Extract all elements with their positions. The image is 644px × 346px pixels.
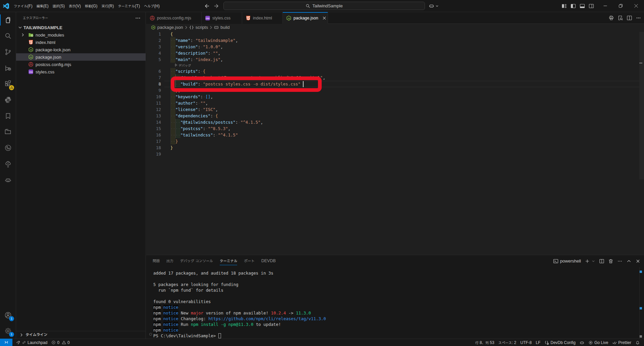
close-tab-icon[interactable] (322, 15, 327, 21)
activity-bar-item-run-debug[interactable] (0, 60, 16, 76)
forward-arrow-icon[interactable] (213, 3, 220, 9)
open-preview-icon[interactable] (618, 15, 623, 21)
code-editor[interactable]: 1{2··"name":·"tailwindsample",3··"versio… (146, 31, 644, 255)
panel-tab-問題[interactable]: 問題 (150, 255, 162, 267)
activity-bar-item-python[interactable] (0, 92, 16, 108)
file-tree-item-postcss.config.mjs[interactable]: postcss.config.mjs (16, 61, 146, 68)
file-tree-item-styles.css[interactable]: CSSstyles.css (16, 68, 146, 75)
print-icon[interactable] (608, 15, 614, 21)
terminal-line-5: found 0 vulnerabilities (153, 299, 639, 304)
terminal-token: Changelog: (178, 316, 209, 321)
overview-ruler-cursor-mark (639, 63, 642, 63)
breadcrumbs: JSpackage.jsonscriptsbuild (146, 24, 644, 31)
breadcrumb-item-build[interactable]: build (214, 25, 229, 30)
minimize-button[interactable] (597, 0, 613, 12)
remote-indicator-button[interactable] (0, 339, 12, 346)
activity-bar-item-settings[interactable]: 1 (0, 323, 16, 339)
panel-tab-出力[interactable]: 出力 (164, 255, 176, 267)
restore-button[interactable] (613, 0, 628, 12)
terminal-token (161, 328, 163, 333)
status-item-notifications[interactable] (633, 339, 642, 346)
close-panel-icon[interactable] (635, 258, 641, 264)
maximize-panel-icon[interactable] (626, 258, 632, 264)
panel-tab-ポート[interactable]: ポート (241, 255, 257, 267)
project-section-header[interactable]: TAILWINDSAMPLE (16, 24, 146, 31)
editor-scrollbar[interactable] (639, 32, 644, 179)
launchpad-status-item[interactable]: Launchpad (14, 339, 49, 346)
file-tree-item-node_modules[interactable]: node_modules (16, 31, 146, 39)
menu-go[interactable]: 移動(G) (83, 2, 99, 10)
editor-tab-index.html[interactable]: index.html (242, 12, 283, 24)
panel-tab-デバッグ コンソール[interactable]: デバッグ コンソール (177, 255, 216, 267)
panel-more-actions-icon[interactable] (617, 258, 623, 264)
errors-icon (51, 340, 56, 345)
file-tree-item-index.html[interactable]: index.html (16, 39, 146, 46)
terminal-shell-label[interactable]: powershell (560, 258, 581, 264)
status-item-prettier[interactable]: Prettier (610, 339, 633, 346)
panel-tab-ターミナル[interactable]: ターミナル (217, 255, 240, 267)
menu-help[interactable]: ヘルプ(H) (142, 2, 162, 10)
toggle-secondary-sidebar-icon[interactable] (589, 3, 594, 9)
terminal-token: New (178, 310, 191, 315)
menu-edit[interactable]: 編集(E) (35, 2, 51, 10)
toggle-sidebar-icon[interactable] (571, 3, 576, 9)
command-center-search[interactable]: TailwindSample (223, 2, 425, 10)
activity-bar-item-project-manager[interactable] (0, 124, 16, 140)
code-token: "scripts" (175, 69, 198, 74)
timeline-section-header[interactable]: タイムライン (16, 331, 146, 338)
terminal-output[interactable]: added 17 packages, and audited 18 packag… (153, 270, 639, 339)
panel-tab-DEVDB[interactable]: DEVDB (259, 255, 278, 267)
status-item-indentation[interactable]: スペース: 2 (496, 339, 519, 346)
editor-tab-styles.css[interactable]: CSSstyles.css (202, 12, 242, 24)
terminal-token (161, 310, 163, 315)
status-item-copilot[interactable] (578, 339, 586, 346)
menu-selection[interactable]: 選択(S) (51, 2, 67, 10)
more-actions-icon[interactable] (636, 15, 641, 21)
new-terminal-icon[interactable] (585, 258, 590, 264)
codelens-debug[interactable]: デバッグ (146, 63, 644, 68)
activity-bar-item-explorer[interactable] (0, 12, 16, 28)
status-item-cursor-position[interactable]: 行 8、列 53 (473, 339, 496, 346)
vscode-logo-icon (3, 3, 9, 9)
breadcrumb-item-scripts[interactable]: scripts (189, 25, 208, 30)
activity-bar-item-testing[interactable] (0, 156, 16, 172)
split-editor-icon[interactable] (627, 15, 632, 21)
close-window-button[interactable] (628, 0, 644, 12)
code-token: · (215, 132, 218, 137)
menu-view[interactable]: 表示(V) (67, 2, 83, 10)
activity-bar-item-extensions[interactable] (0, 76, 16, 92)
activity-bar-item-bookmarks[interactable] (0, 108, 16, 124)
customize-layout-icon[interactable] (561, 3, 567, 9)
split-terminal-icon[interactable] (599, 258, 604, 264)
editor-tab-postcss.config.mjs[interactable]: postcss.config.mjs (146, 12, 202, 24)
status-item-go-live[interactable]: Go Live (586, 339, 610, 346)
activity-bar-item-search[interactable] (0, 28, 16, 44)
menu-terminal[interactable]: ターミナル(T) (116, 2, 142, 10)
kill-terminal-icon[interactable] (608, 258, 613, 264)
terminal-dropdown-icon[interactable] (591, 259, 595, 263)
breadcrumb-item-package.json[interactable]: JSpackage.json (151, 25, 183, 30)
problems-status-item[interactable]: 0 0 (49, 339, 71, 346)
link-icon (22, 340, 26, 345)
back-arrow-icon[interactable] (203, 3, 210, 9)
robot-icon (580, 340, 584, 345)
file-tree-item-package.json[interactable]: JSpackage.json (16, 53, 146, 61)
window-controls (597, 0, 644, 12)
copilot-button[interactable] (429, 2, 439, 10)
file-name: index.html (36, 40, 55, 45)
status-item-eol[interactable]: LF (534, 339, 542, 346)
activity-bar-item-robot[interactable] (0, 172, 16, 188)
code-token: , (235, 38, 238, 43)
views-more-actions-icon[interactable] (135, 15, 141, 21)
activity-bar-item-account[interactable]: 1 (0, 307, 16, 323)
file-tree-item-package-lock.json[interactable]: JSpackage-lock.json (16, 46, 146, 53)
activity-bar-item-scm-circle[interactable] (0, 140, 16, 156)
toggle-panel-icon[interactable] (580, 3, 585, 9)
status-item-encoding[interactable]: UTF-8 (518, 339, 534, 346)
status-item-devdb-config[interactable]: DevDb Config (542, 339, 578, 346)
menu-run[interactable]: 実行(R) (100, 2, 116, 10)
editor-tab-package.json[interactable]: JSpackage.json (283, 12, 328, 24)
activity-bar-item-source-control[interactable] (0, 44, 16, 60)
terminal-token: PS C:\dev\TailwindSample> (153, 333, 218, 338)
menu-file[interactable]: ファイル(F) (12, 2, 35, 10)
